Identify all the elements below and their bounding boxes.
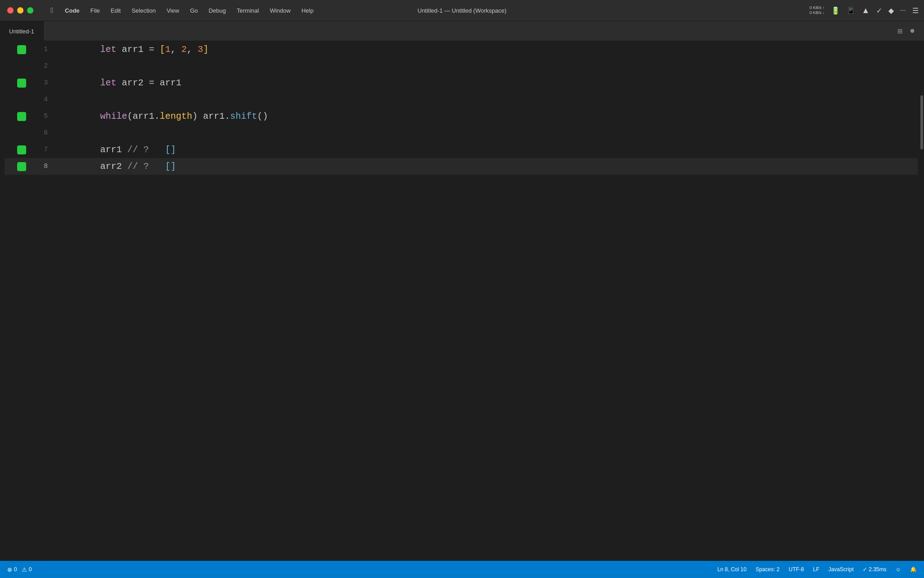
warning-count: 0 — [29, 566, 32, 573]
traffic-lights — [0, 7, 41, 14]
error-icon: ⊗ — [7, 566, 12, 573]
menu-selection[interactable]: Selection — [126, 0, 161, 21]
code-editor[interactable]: 1 let arr1 = [1, 2, 3] 2 3 let arr2 = ar… — [0, 41, 918, 561]
line-number-2: 2 — [30, 58, 57, 75]
line-number-6: 6 — [30, 125, 57, 141]
line-5: 5 while(arr1.length) arr1.shift() — [5, 108, 918, 125]
menu-terminal[interactable]: Terminal — [231, 0, 264, 21]
breakpoint-8[interactable] — [17, 162, 26, 171]
no-bp-6 — [17, 129, 26, 138]
line-number-8: 8 — [30, 158, 57, 175]
no-breakpoint-8 — [5, 162, 14, 171]
no-breakpoint-2 — [5, 62, 14, 71]
line-ending[interactable]: LF — [813, 566, 819, 573]
bell-icon[interactable]: 🔔 — [910, 566, 917, 573]
no-breakpoint-4 — [5, 95, 14, 104]
menu-go[interactable]: Go — [185, 0, 203, 21]
tab-bar: Untitled-1 ⊞ ● — [0, 21, 924, 41]
breakpoint-7[interactable] — [17, 145, 26, 154]
titlebar-right-icons: 0 KB/s ↑ 0 KB/s ↓ 🔋 📱 ▲ ✓ ◆ ··· ☰ — [809, 5, 924, 15]
network-indicator: 0 KB/s ↑ 0 KB/s ↓ — [809, 5, 825, 15]
no-bp-4 — [17, 95, 26, 104]
scrollbar-thumb[interactable] — [920, 95, 923, 149]
editor: 1 let arr1 = [1, 2, 3] 2 3 let arr2 = ar… — [0, 41, 924, 561]
status-left: ⊗ 0 ⚠ 0 — [7, 566, 32, 573]
status-right: Ln 8, Col 10 Spaces: 2 UTF-8 LF JavaScri… — [717, 566, 917, 573]
no-breakpoint-3 — [5, 79, 14, 88]
warning-icon: ⚠ — [22, 566, 27, 573]
menu-debug[interactable]: Debug — [203, 0, 231, 21]
checkmark-icon: ✓ — [876, 6, 882, 15]
wifi-icon: ▲ — [862, 6, 870, 15]
tab-label: Untitled-1 — [9, 28, 34, 35]
titlebar:  Code File Edit Selection View Go Debug… — [0, 0, 924, 21]
breakpoint-3[interactable] — [17, 79, 26, 88]
more-icon[interactable]: ··· — [900, 6, 906, 14]
maximize-button[interactable] — [27, 7, 33, 14]
no-breakpoint-6 — [5, 129, 14, 138]
breakpoint-1[interactable] — [17, 45, 26, 54]
menu-file[interactable]: File — [85, 0, 105, 21]
menu-edit[interactable]: Edit — [105, 0, 126, 21]
menu-help[interactable]: Help — [296, 0, 319, 21]
menu-window[interactable]: Window — [264, 0, 296, 21]
window-title: Untitled-1 — Untitled (Workspace) — [418, 7, 507, 14]
no-bp-2 — [17, 62, 26, 71]
line-3: 3 let arr2 = arr1 — [5, 75, 918, 91]
tab-untitled-1[interactable]: Untitled-1 — [0, 21, 44, 41]
split-editor-button[interactable]: ⊞ — [897, 26, 902, 36]
diamond-icon: ◆ — [888, 6, 894, 15]
apple-menu[interactable]:  — [44, 0, 60, 21]
file-encoding[interactable]: UTF-8 — [789, 566, 804, 573]
smiley-icon[interactable]: ☺ — [896, 566, 901, 573]
indentation[interactable]: Spaces: 2 — [756, 566, 780, 573]
minimize-button[interactable] — [17, 7, 23, 14]
dot-indicator: ● — [910, 26, 915, 36]
phone-icon: 📱 — [846, 6, 855, 15]
line-1: 1 let arr1 = [1, 2, 3] — [5, 41, 918, 58]
status-bar: ⊗ 0 ⚠ 0 Ln 8, Col 10 Spaces: 2 UTF-8 LF … — [0, 561, 924, 578]
menu-view[interactable]: View — [161, 0, 185, 21]
line-number-1: 1 — [30, 41, 57, 58]
no-breakpoint-1 — [5, 45, 14, 54]
status-errors[interactable]: ⊗ 0 ⚠ 0 — [7, 566, 32, 573]
scrollbar[interactable] — [918, 41, 924, 561]
line-number-5: 5 — [30, 108, 57, 125]
no-breakpoint-5 — [5, 112, 14, 121]
error-count: 0 — [14, 566, 17, 573]
close-button[interactable] — [7, 7, 14, 14]
list-icon[interactable]: ☰ — [912, 6, 919, 15]
tab-actions: ⊞ ● — [897, 26, 924, 36]
language-mode[interactable]: JavaScript — [828, 566, 854, 573]
cursor-position[interactable]: Ln 8, Col 10 — [717, 566, 747, 573]
timing: ✓ 2.35ms — [863, 566, 887, 573]
line-8: 8 arr2 // ? [] — [5, 158, 918, 175]
battery-icon: 🔋 — [831, 6, 840, 15]
line-number-3: 3 — [30, 75, 57, 91]
no-breakpoint-7 — [5, 145, 14, 154]
breakpoint-5[interactable] — [17, 112, 26, 121]
menu-code[interactable]: Code — [60, 0, 85, 21]
line-number-7: 7 — [30, 141, 57, 158]
line-number-4: 4 — [30, 91, 57, 108]
code-content-8: arr2 // ? [] — [57, 141, 176, 191]
menu-bar:  Code File Edit Selection View Go Debug… — [41, 0, 323, 21]
